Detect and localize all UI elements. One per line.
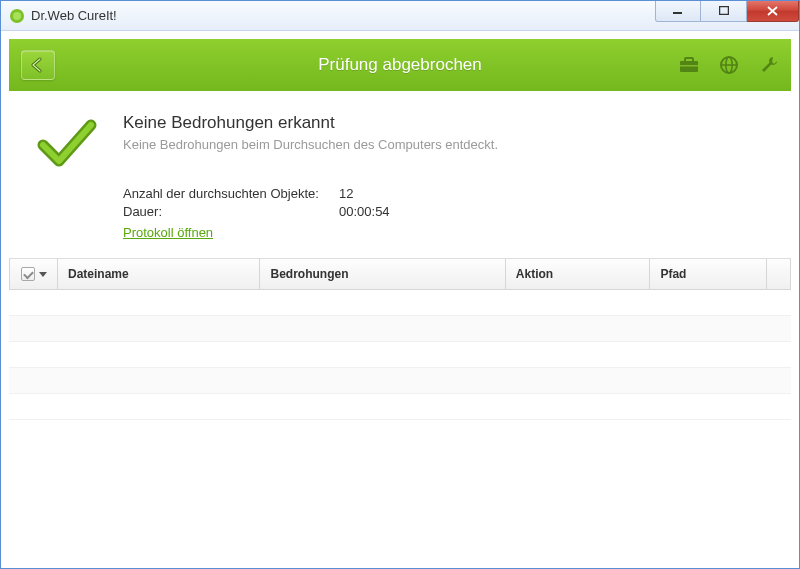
summary-subheading: Keine Bedrohungen beim Durchsuchen des C…	[123, 137, 763, 152]
maximize-button[interactable]	[701, 0, 747, 22]
briefcase-icon[interactable]	[679, 55, 699, 75]
open-protocol-link[interactable]: Protokoll öffnen	[123, 225, 213, 240]
wrench-icon[interactable]	[759, 55, 779, 75]
table-row	[9, 394, 791, 420]
stat-scanned-value: 12	[339, 186, 353, 201]
chevron-down-icon[interactable]	[39, 272, 47, 277]
column-filename[interactable]: Dateiname	[58, 259, 260, 289]
stat-duration: Dauer: 00:00:54	[123, 204, 763, 219]
toolbar: Prüfung abgebrochen	[9, 39, 791, 91]
column-select[interactable]	[10, 259, 58, 289]
app-icon	[9, 8, 25, 24]
table-row	[9, 342, 791, 368]
column-spacer	[767, 259, 791, 289]
table-row	[9, 290, 791, 316]
column-threats[interactable]: Bedrohungen	[260, 259, 505, 289]
back-button[interactable]	[21, 50, 55, 80]
stat-duration-label: Dauer:	[123, 204, 339, 219]
minimize-button[interactable]	[655, 0, 701, 22]
stat-scanned: Anzahl der durchsuchten Objekte: 12	[123, 186, 763, 201]
svg-rect-5	[685, 58, 693, 62]
app-frame: Prüfung abgebrochen Keine Bedrohungen er…	[9, 39, 791, 562]
table-row	[9, 316, 791, 342]
stat-scanned-label: Anzahl der durchsuchten Objekte:	[123, 186, 339, 201]
svg-point-1	[13, 12, 21, 20]
summary-heading: Keine Bedrohungen erkannt	[123, 113, 763, 133]
window-titlebar: Dr.Web CureIt!	[1, 1, 799, 31]
select-all-checkbox[interactable]	[21, 267, 35, 281]
results-table-body	[9, 290, 791, 428]
svg-rect-2	[673, 12, 682, 14]
success-check-icon	[37, 113, 97, 240]
summary-panel: Keine Bedrohungen erkannt Keine Bedrohun…	[9, 91, 791, 258]
column-path[interactable]: Pfad	[650, 259, 767, 289]
results-table: Dateiname Bedrohungen Aktion Pfad	[9, 259, 791, 290]
svg-rect-3	[719, 7, 728, 15]
globe-icon[interactable]	[719, 55, 739, 75]
close-button[interactable]	[747, 0, 799, 22]
toolbar-title: Prüfung abgebrochen	[9, 55, 791, 75]
results-table-wrap: Dateiname Bedrohungen Aktion Pfad	[9, 258, 791, 428]
svg-rect-6	[680, 65, 698, 67]
stat-duration-value: 00:00:54	[339, 204, 390, 219]
table-row	[9, 368, 791, 394]
window-title: Dr.Web CureIt!	[31, 8, 655, 23]
window-controls	[655, 1, 799, 30]
column-action[interactable]: Aktion	[505, 259, 650, 289]
